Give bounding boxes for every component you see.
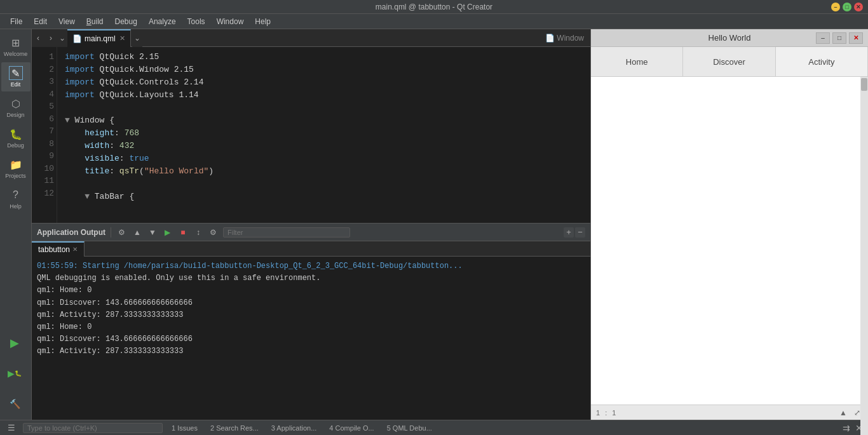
output-zoom-out[interactable]: − [575,227,585,238]
output-line-6: qml: Home: 0 [37,321,585,333]
code-line-5 [65,102,583,114]
status-tab-qml[interactable]: 5 QML Debu... [383,423,436,433]
hw-scrollbar[interactable] [860,77,868,435]
run-icon: ▶ [8,336,22,350]
sidebar-build-run-button[interactable]: 🔨 [0,389,29,418]
output-filter-input[interactable] [223,227,350,238]
output-next-btn[interactable]: ▼ [147,227,158,238]
output-run-btn[interactable]: ▶ [162,227,173,238]
code-line-11 [65,178,583,191]
hw-tab-bar: Home Discover Activity [591,47,868,77]
code-line-8: width: 432 [65,140,583,152]
sidebar-label-debug: Debug [7,142,24,149]
output-zoom-in[interactable]: + [564,227,574,238]
title-bar: main.qml @ tabbutton - Qt Creator – □ ✕ [0,0,868,14]
menu-build[interactable]: Build [81,16,109,27]
hw-toolbar-up-btn[interactable]: ▲ [837,407,849,418]
menu-analyze[interactable]: Analyze [144,16,181,27]
hw-col-num: 1 [612,409,616,417]
menu-debug[interactable]: Debug [110,16,142,27]
tab-close-btn[interactable]: ✕ [119,34,125,43]
status-tab-issues[interactable]: 1 Issues [168,423,201,433]
code-editor: 1 2 3 4 5 6 7 8 9 10 11 12 import QtQuic… [32,47,590,223]
sidebar-label-edit: Edit [11,81,21,88]
output-line-1: 01:55:59: Starting /home/parisa/build-ta… [37,260,585,272]
status-sidebar-toggle[interactable]: ☰ [5,423,18,432]
toolbar-sep-1 [111,227,111,238]
output-settings-btn[interactable]: ⚙ [208,227,219,238]
sidebar-item-edit[interactable]: ✎ Edit [1,62,31,91]
output-tab-tabbutton[interactable]: tabbutton ✕ [32,241,85,257]
output-configure-btn[interactable]: ⚙ [116,227,128,238]
center-panel: ‹ › ⌄ 📄 main.qml ✕ ⌄ 📄 Window 1 2 3 4 5 [32,29,590,420]
tab-nav-forward[interactable]: › [44,29,57,47]
close-button[interactable]: ✕ [854,3,863,11]
tab-nav-back[interactable]: ‹ [32,29,44,47]
output-panel-title: Application Output [37,228,105,237]
hw-title-label: Hello World [709,33,751,43]
hw-tab-discover[interactable]: Discover [683,47,775,76]
code-content[interactable]: import QtQuick 2.15 import QtQuick.Windo… [57,47,590,223]
output-prev-btn[interactable]: ▲ [132,227,143,238]
sidebar-run-button[interactable]: ▶ [0,328,29,358]
hw-close-btn[interactable]: ✕ [849,32,863,44]
output-line-2: QML debugging is enabled. Only use this … [37,272,585,284]
menu-window[interactable]: Window [212,16,249,27]
hw-minimize-btn[interactable]: – [816,32,830,44]
edit-icon: ✎ [9,66,23,80]
tab-breadcrumb: 📄 Window [539,34,590,43]
hw-tab-home[interactable]: Home [591,47,683,76]
output-line-4: qml: Discover: 143.666666666666666 [37,297,585,309]
locate-input[interactable] [23,423,163,433]
output-tab-close[interactable]: ✕ [72,246,78,253]
minimize-button[interactable]: – [831,3,840,11]
hw-tab-activity[interactable]: Activity [776,47,868,76]
editor-tabs: ‹ › ⌄ 📄 main.qml ✕ ⌄ 📄 Window [32,29,590,47]
design-icon: ⬡ [9,97,23,110]
hw-col-separator: : [605,409,607,417]
maximize-button[interactable]: □ [843,3,851,11]
tab-options-btn[interactable]: ⌄ [132,29,142,47]
hw-window-title: Hello World – □ ✕ [591,29,868,47]
editor-tab-main-qml[interactable]: 📄 main.qml ✕ [67,29,131,47]
output-scroll-btn[interactable]: ↕ [193,227,204,238]
sidebar-item-design[interactable]: ⬡ Design [1,93,31,122]
status-tab-application[interactable]: 3 Application... [268,423,321,433]
menu-file[interactable]: File [5,16,27,27]
debug-icon: 🐛 [9,127,23,141]
output-stop-btn[interactable]: ■ [177,227,189,238]
tab-nav-recent[interactable]: ⌄ [57,29,67,47]
code-line-1: import QtQuick 2.15 [65,51,583,64]
menu-tools[interactable]: Tools [182,16,210,27]
output-panel: Application Output ⚙ ▲ ▼ ▶ ■ ↕ ⚙ + − tab… [32,223,590,420]
status-tab-compile[interactable]: 4 Compile O... [325,423,377,433]
menu-bar: File Edit View Build Debug Analyze Tools… [0,14,868,29]
sidebar-item-welcome[interactable]: ⊞ Welcome [1,32,31,61]
status-log-btn[interactable]: ⇉ [843,423,850,433]
help-icon: ? [9,188,23,202]
run-debug-icon: ▶🐛 [8,366,22,380]
output-content[interactable]: 01:55:59: Starting /home/parisa/build-ta… [32,257,590,420]
sidebar-run-debug-button[interactable]: ▶🐛 [0,359,29,388]
menu-help[interactable]: Help [250,16,276,27]
breadcrumb-icon: 📄 [545,34,557,43]
code-line-9: visible: true [65,152,583,165]
output-zoom-controls: + − [564,227,585,238]
sidebar-item-help[interactable]: ? Help [1,184,31,213]
hw-maximize-btn[interactable]: □ [832,32,846,44]
sidebar-item-projects[interactable]: 📁 Projects [1,154,31,183]
menu-edit[interactable]: Edit [29,16,52,27]
output-header: Application Output ⚙ ▲ ▼ ▶ ■ ↕ ⚙ + − [32,224,590,241]
sidebar: ⊞ Welcome ✎ Edit ⬡ Design 🐛 Debug 📁 Proj… [0,29,32,420]
hw-scrollbar-thumb[interactable] [861,78,867,91]
welcome-icon: ⊞ [9,36,23,50]
output-tab-label: tabbutton [38,245,70,254]
menu-view[interactable]: View [53,16,80,27]
right-panel: Hello World – □ ✕ Home Discover Activity [590,29,868,420]
status-tab-search[interactable]: 2 Search Res... [207,423,262,433]
hw-line-num: 1 [596,409,600,417]
line-numbers: 1 2 3 4 5 6 7 8 9 10 11 12 [32,47,57,223]
sidebar-item-debug[interactable]: 🐛 Debug [1,123,31,152]
code-line-6: ▼ Window { [65,114,583,127]
projects-icon: 📁 [9,157,23,171]
